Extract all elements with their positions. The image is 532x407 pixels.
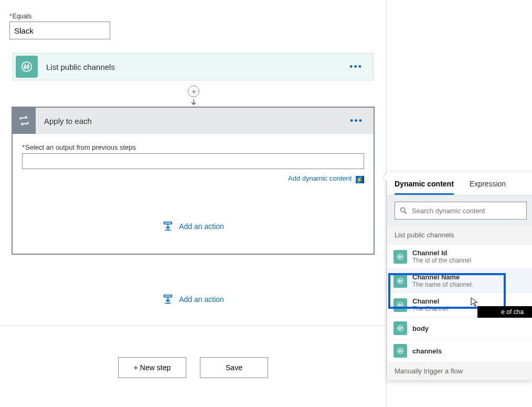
svg-point-10 xyxy=(398,326,403,331)
add-dynamic-content-link[interactable]: Add dynamic content xyxy=(288,174,352,182)
add-action-inside-button[interactable]: Add an action xyxy=(22,221,364,232)
apply-to-each-card: Apply to each ••• *Select an output from… xyxy=(12,107,375,255)
dynamic-item-body[interactable]: body xyxy=(387,317,532,339)
select-output-label: *Select an output from previous steps xyxy=(22,143,364,151)
svg-rect-3 xyxy=(164,295,172,297)
bottom-button-bar: + New step Save xyxy=(0,357,386,378)
new-step-button[interactable]: + New step xyxy=(118,357,186,378)
required-asterisk: * xyxy=(9,13,12,20)
popout-tabbar: Dynamic content Expression xyxy=(387,172,532,195)
required-asterisk: * xyxy=(22,143,25,151)
slack-hash-icon xyxy=(393,321,407,335)
tooltip-visible-text: e of cha xyxy=(501,308,524,316)
svg-point-7 xyxy=(398,254,403,259)
popout-search-wrap xyxy=(387,195,532,226)
panel-divider xyxy=(386,0,387,407)
popout-caret-icon xyxy=(383,173,387,182)
dynamic-item-channel-id[interactable]: Channel Id The id of the channel xyxy=(387,244,532,268)
equals-label: *Equals xyxy=(9,13,110,20)
tab-expression[interactable]: Expression xyxy=(470,180,506,195)
add-action-icon xyxy=(162,221,174,232)
dynamic-content-popout: Dynamic content Expression List public c… xyxy=(387,172,532,380)
svg-point-5 xyxy=(401,208,405,212)
svg-point-11 xyxy=(398,348,403,354)
dynamic-item-channel-name[interactable]: Channel Name The name of channel. xyxy=(387,268,532,293)
popout-search-input[interactable] xyxy=(412,207,522,215)
add-action-label: Add an action xyxy=(179,295,224,304)
equals-field-group: *Equals xyxy=(9,13,110,39)
select-output-input[interactable] xyxy=(22,153,364,169)
apply-to-each-header[interactable]: Apply to each ••• xyxy=(13,108,374,134)
loop-icon xyxy=(13,108,36,134)
list-public-channels-menu[interactable]: ••• xyxy=(349,61,363,72)
select-output-label-text: Select an output from previous steps xyxy=(25,143,136,151)
list-public-channels-card[interactable]: List public channels ••• xyxy=(13,53,374,80)
apply-to-each-title: Apply to each xyxy=(44,117,92,126)
dynamic-item-title: Channel Name xyxy=(412,273,473,281)
svg-rect-1 xyxy=(164,222,172,224)
slack-hash-icon xyxy=(393,344,407,358)
tab-dynamic-content[interactable]: Dynamic content xyxy=(395,180,454,195)
popout-search[interactable] xyxy=(395,202,527,220)
equals-input[interactable] xyxy=(9,22,110,39)
save-button[interactable]: Save xyxy=(200,357,268,378)
slack-hash-icon xyxy=(393,274,407,288)
list-public-channels-title: List public channels xyxy=(46,62,115,71)
bottom-divider xyxy=(0,325,386,326)
svg-line-6 xyxy=(405,212,407,214)
add-dynamic-content-row: Add dynamic content ⚡ xyxy=(22,174,364,183)
dynamic-item-channels[interactable]: channels xyxy=(387,339,532,362)
dynamic-item-desc: The id of the channel xyxy=(412,257,471,264)
search-icon xyxy=(399,206,408,215)
flow-canvas: *Equals List public channels ••• ＋ Apply… xyxy=(0,0,386,407)
add-dynamic-content-text: Add dynamic content xyxy=(288,174,352,182)
popout-section-list-public-channels: List public channels xyxy=(387,226,532,244)
dynamic-item-title: channels xyxy=(412,347,442,355)
dynamic-item-title: body xyxy=(412,325,429,332)
add-action-icon xyxy=(162,294,174,305)
equals-label-text: Equals xyxy=(13,13,32,20)
svg-point-9 xyxy=(398,302,403,308)
slack-hash-icon xyxy=(393,250,407,264)
svg-point-0 xyxy=(22,62,31,71)
add-action-outside-button[interactable]: Add an action xyxy=(12,294,375,305)
dynamic-item-title: Channel xyxy=(412,297,449,305)
dynamic-item-desc: The Channel xyxy=(412,305,449,312)
slack-hash-icon xyxy=(16,56,38,78)
dynamic-content-badge-icon[interactable]: ⚡ xyxy=(356,176,364,183)
add-action-label: Add an action xyxy=(179,222,224,231)
popout-section-manual-trigger: Manually trigger a flow xyxy=(387,362,532,380)
tooltip: The nae of cha xyxy=(477,306,532,318)
apply-to-each-body: *Select an output from previous steps Ad… xyxy=(13,134,374,254)
slack-hash-icon xyxy=(393,298,407,312)
insert-step-button[interactable]: ＋ xyxy=(188,86,199,97)
dynamic-item-title: Channel Id xyxy=(412,249,471,257)
dynamic-item-desc: The name of channel. xyxy=(412,281,473,288)
apply-to-each-menu[interactable]: ••• xyxy=(350,116,363,127)
svg-point-8 xyxy=(398,278,403,284)
